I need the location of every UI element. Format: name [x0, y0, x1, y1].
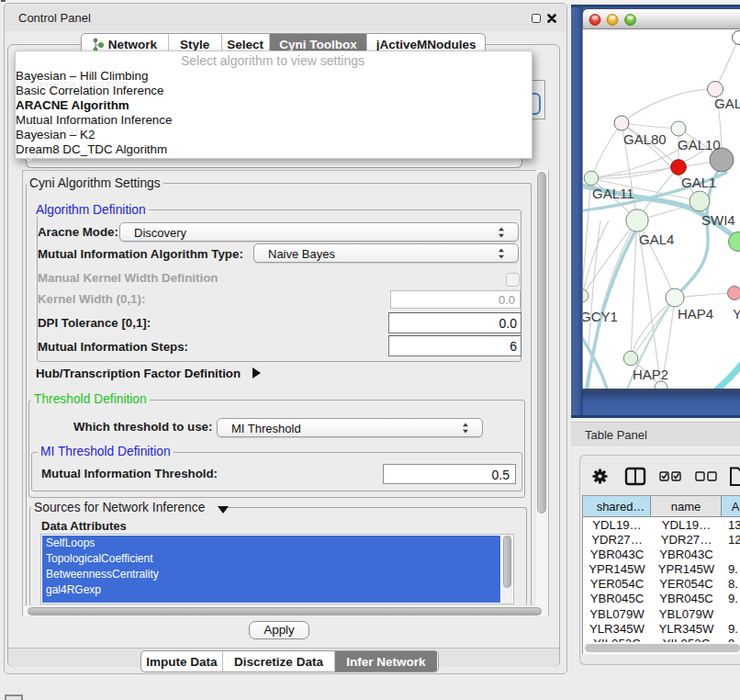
svg-text:HAP4: HAP4	[678, 306, 713, 322]
svg-text:GCY1: GCY1	[583, 309, 618, 324]
svg-text:GAL4: GAL4	[639, 231, 674, 247]
svg-text:SWI4: SWI4	[701, 212, 735, 228]
svg-text:YM: YM	[733, 306, 740, 322]
svg-text:GAL10: GAL10	[678, 137, 721, 152]
svg-text:GAL80: GAL80	[623, 131, 667, 147]
svg-text:GAL2: GAL2	[714, 96, 740, 111]
svg-text:GAL11: GAL11	[592, 186, 634, 201]
svg-text:GAL1: GAL1	[681, 175, 716, 190]
svg-text:HAP2: HAP2	[633, 367, 668, 382]
